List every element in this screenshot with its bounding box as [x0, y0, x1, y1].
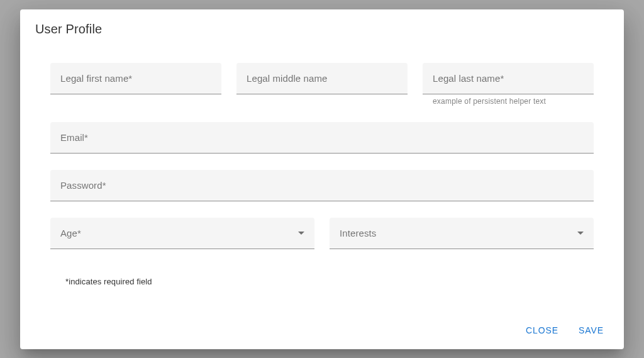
- interests-select[interactable]: Interests: [330, 218, 594, 249]
- age-label: Age*: [60, 228, 81, 238]
- dialog-content: Legal first name* Legal middle name Lega…: [20, 44, 624, 313]
- first-name-label: Legal first name*: [60, 73, 132, 84]
- middle-name-field[interactable]: Legal middle name: [236, 63, 408, 94]
- select-row: Age* Interests: [50, 218, 594, 249]
- required-note: *indicates required field: [50, 277, 594, 286]
- dialog-title: User Profile: [20, 9, 624, 44]
- password-field[interactable]: Password*: [50, 170, 594, 201]
- name-row: Legal first name* Legal middle name Lega…: [50, 63, 594, 106]
- age-wrap: Age*: [50, 218, 314, 249]
- email-field[interactable]: Email*: [50, 122, 594, 154]
- close-button[interactable]: CLOSE: [518, 320, 566, 340]
- age-select[interactable]: Age*: [50, 218, 314, 249]
- first-name-field[interactable]: Legal first name*: [50, 63, 221, 94]
- middle-name-label: Legal middle name: [247, 73, 327, 84]
- email-wrap: Email*: [50, 122, 594, 154]
- middle-name-wrap: Legal middle name: [236, 63, 408, 106]
- user-profile-dialog: User Profile Legal first name* Legal mid…: [20, 9, 624, 349]
- last-name-field[interactable]: Legal last name*: [423, 63, 594, 94]
- first-name-wrap: Legal first name*: [50, 63, 221, 106]
- email-label: Email*: [60, 132, 88, 143]
- password-row: Password*: [50, 170, 594, 201]
- interests-label: Interests: [340, 228, 376, 238]
- dialog-actions: CLOSE SAVE: [20, 313, 624, 349]
- dropdown-icon: [577, 232, 584, 235]
- last-name-helper: example of persistent helper text: [423, 94, 594, 106]
- password-wrap: Password*: [50, 170, 594, 201]
- password-label: Password*: [60, 180, 106, 191]
- last-name-label: Legal last name*: [433, 73, 504, 84]
- email-row: Email*: [50, 122, 594, 154]
- last-name-wrap: Legal last name* example of persistent h…: [423, 63, 594, 106]
- interests-wrap: Interests: [330, 218, 594, 249]
- dropdown-icon: [298, 232, 304, 235]
- save-button[interactable]: SAVE: [571, 320, 611, 340]
